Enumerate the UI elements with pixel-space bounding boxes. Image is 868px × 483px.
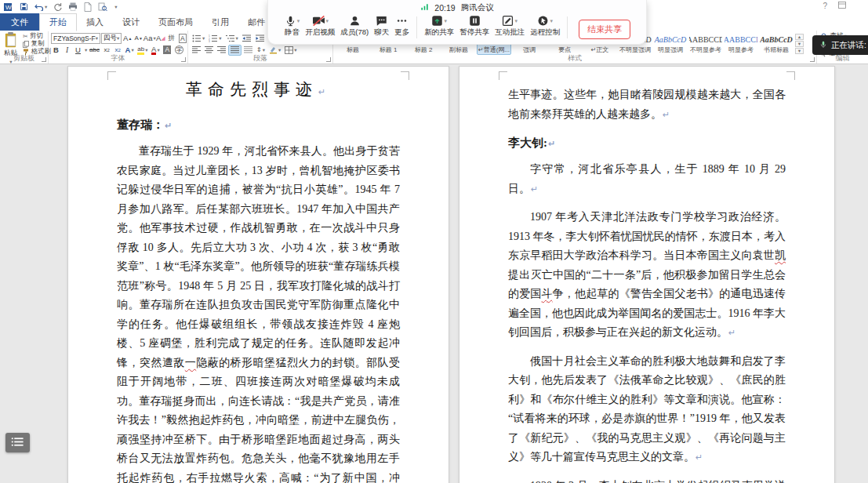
paragraph-mark: ↵: [695, 452, 703, 463]
clipboard-dialog-launcher[interactable]: [42, 57, 46, 62]
character-border-icon[interactable]: A: [177, 33, 187, 44]
multilevel-list-icon[interactable]: ▾: [224, 33, 240, 44]
gallery-down-icon[interactable]: ▼: [795, 41, 804, 47]
phonetic-guide-icon[interactable]: 拼: [166, 33, 176, 44]
pause-share-icon: [469, 14, 481, 27]
new-document-icon[interactable]: [84, 2, 92, 12]
section-heading: 李大钊:↵: [508, 136, 786, 151]
printer-icon[interactable]: [68, 2, 78, 12]
paragraph: 俄国十月社会主义革命的胜利极大地鼓舞和启发了李大钊，他先后发表了《法俄革命之比较…: [508, 352, 786, 468]
meeting-button-label: 暂停共享: [459, 27, 489, 38]
scissors-icon: ✂: [23, 33, 28, 40]
document-area: 革命先烈事迹↵董存瑞：↵董存瑞生于 1929 年，河北省怀来县人。他出身于贫苦农…: [0, 65, 868, 483]
meeting-button-开启视频[interactable]: ▾开启视频: [303, 14, 337, 38]
paragraph-mark: ↵: [663, 110, 670, 120]
meeting-button-label: 互动批注: [495, 27, 525, 38]
style-card-明显参考[interactable]: AABBCCI明显参考: [724, 33, 758, 55]
spellcheck-red-underline: 斗: [542, 288, 553, 300]
copy-icon: [23, 41, 29, 48]
meeting-button-新的共享[interactable]: ▾新的共享: [422, 14, 456, 38]
meeting-button-静音[interactable]: ▾静音: [282, 14, 303, 38]
decrease-indent-icon[interactable]: [241, 33, 253, 44]
save-icon[interactable]: [20, 2, 28, 12]
font-group: FZYaSongS-F▾ 四号▾ A▲ A▼ Aa▾ A◢ 拼 A B I U▾…: [49, 31, 188, 64]
chevron-down-icon[interactable]: ▾: [550, 18, 553, 24]
list-icon: [11, 436, 24, 450]
document-page-2[interactable]: 生平事迹。这些年，她目睹着陵园规模越来越大，全国各地前来祭拜英雄的人越来越多。↵…: [459, 66, 835, 483]
paragraph-mark: ↵: [548, 139, 555, 149]
paragraph-mark: ↵: [728, 328, 735, 338]
clear-formatting-icon[interactable]: A◢: [155, 33, 165, 44]
svg-text:3: 3: [209, 40, 210, 42]
spellcheck-red-underline: 一: [185, 357, 196, 369]
margin-crop-mark: [499, 71, 507, 80]
paragraph-mark: ↵: [165, 121, 172, 131]
end-share-button[interactable]: 结束共享: [579, 20, 630, 39]
toolbar-divider: [416, 16, 417, 38]
speaking-toast-text: 正在讲话: 刘伟: [831, 40, 868, 51]
change-case-icon[interactable]: Aa▾: [144, 33, 154, 44]
font-size-combo[interactable]: 四号▾: [101, 33, 122, 44]
meeting-button-label: 新的共享: [424, 27, 454, 38]
shrink-font-icon[interactable]: A▼: [133, 33, 143, 44]
paragraph-mark: ↵: [318, 87, 331, 97]
chevron-down-icon[interactable]: ▾: [326, 18, 329, 24]
print-preview-icon[interactable]: [98, 2, 107, 12]
help-icon[interactable]: ?: [823, 2, 827, 10]
style-sample: AABBCCI: [724, 34, 758, 45]
style-card-不明显参考[interactable]: AABBCCD不明显参考: [688, 33, 723, 55]
remote-control-icon: ▾: [537, 14, 553, 27]
chevron-down-icon[interactable]: ▾: [297, 18, 300, 24]
margin-crop-mark: [107, 71, 116, 80]
chevron-down-icon[interactable]: ▾: [444, 18, 447, 24]
paragraph-dialog-launcher[interactable]: [326, 57, 331, 62]
customize-quick-access-icon[interactable]: ▾: [114, 2, 117, 12]
paragraph: 1920 年 3 月，李大钊在北京大学发起组织马克思学说研究会。10 月，在李大…: [508, 477, 786, 483]
meeting-button-互动批注[interactable]: ▾互动批注: [492, 14, 527, 38]
tab-设计[interactable]: 设计: [113, 13, 149, 31]
microphone-icon: ▾: [285, 14, 300, 27]
meeting-button-暂停共享[interactable]: 暂停共享: [457, 14, 492, 38]
clipboard-group: 粘贴▾ ✂ 剪切 复制 格式刷 剪贴板: [0, 31, 49, 64]
font-name-combo[interactable]: FZYaSongS-F▾: [51, 33, 100, 44]
document-page-1[interactable]: 革命先烈事迹↵董存瑞：↵董存瑞生于 1929 年，河北省怀来县人。他出身于贫苦农…: [67, 66, 449, 483]
annotation-icon: ▾: [502, 14, 518, 27]
numbering-icon[interactable]: 123▾: [207, 33, 223, 44]
meeting-button-label: 开启视频: [305, 27, 335, 38]
toast-microphone-icon: [819, 40, 827, 51]
meeting-button-成员78[interactable]: 成员(78): [338, 14, 371, 38]
clipboard-group-label: 剪贴板: [0, 53, 48, 64]
tab-引用[interactable]: 引用: [202, 13, 238, 31]
meeting-button-聊天[interactable]: 聊天: [372, 14, 391, 38]
grow-font-icon[interactable]: A▲: [122, 33, 133, 44]
meeting-button-label: 远程控制: [530, 27, 560, 38]
chat-icon: [376, 14, 387, 27]
style-card-明显强调[interactable]: AaBbCcD明显强调: [653, 33, 688, 55]
document-title: 革命先烈事迹↵: [117, 78, 400, 100]
meeting-button-远程控制[interactable]: ▾远程控制: [528, 14, 562, 38]
chevron-down-icon[interactable]: ▾: [514, 18, 518, 24]
meeting-status: 20:19 腾讯会议: [268, 0, 646, 13]
style-card-书籍标题[interactable]: AaBbCcD书籍标题: [759, 33, 794, 55]
tab-开始[interactable]: 开始: [39, 13, 77, 31]
font-group-label: 字体: [49, 53, 187, 64]
style-sample: AaBbCcD: [760, 34, 793, 45]
tab-页面布局[interactable]: 页面布局: [149, 13, 202, 31]
font-dialog-launcher[interactable]: [181, 57, 186, 62]
word-app-icon: W: [4, 2, 13, 12]
meeting-button-更多[interactable]: 更多: [392, 14, 412, 38]
increase-indent-icon[interactable]: [254, 33, 267, 44]
undo-icon[interactable]: ▾: [35, 2, 47, 12]
styles-dialog-launcher[interactable]: [810, 57, 815, 62]
annotation-panel-button[interactable]: [5, 433, 30, 452]
ribbon-display-options-icon[interactable]: [838, 2, 846, 10]
margin-crop-mark: [401, 71, 409, 80]
meeting-button-label: 成员(78): [340, 27, 369, 38]
styles-gallery-scroll: ▲ ▼ ▼: [795, 32, 804, 55]
bullets-icon[interactable]: ▾: [191, 33, 206, 44]
tab-插入[interactable]: 插入: [77, 13, 113, 31]
tab-文件[interactable]: 文件: [0, 13, 39, 31]
paragraph: 1907 年考入天津北洋法政专门学校学习政治经济。1913 年冬，李大钊怀着忧国…: [508, 208, 786, 343]
redo-icon[interactable]: [53, 2, 62, 12]
gallery-up-icon[interactable]: ▲: [795, 34, 804, 40]
